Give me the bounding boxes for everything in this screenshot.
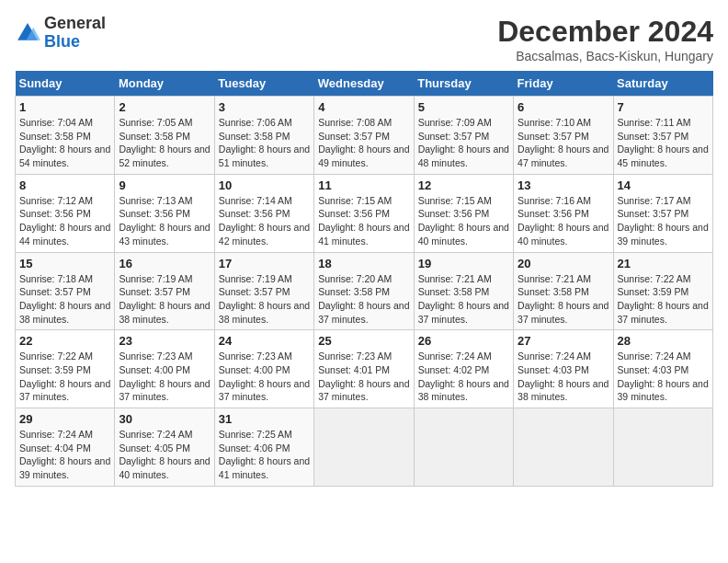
day-cell: 25 Sunrise: 7:23 AM Sunset: 4:01 PM Dayl… [314,330,414,408]
day-info: Sunrise: 7:22 AM Sunset: 3:59 PM Dayligh… [19,350,110,404]
sunrise-text: Sunrise: 7:21 AM [518,273,591,284]
logo-icon [15,20,40,46]
day-number: 10 [219,178,310,192]
sunset-text: Sunset: 3:58 PM [219,131,290,142]
header-monday: Monday [115,71,214,97]
day-number: 18 [318,257,409,270]
day-cell: 8 Sunrise: 7:12 AM Sunset: 3:56 PM Dayli… [16,174,115,252]
sunset-text: Sunset: 3:59 PM [19,364,91,375]
day-info: Sunrise: 7:22 AM Sunset: 3:59 PM Dayligh… [618,272,709,327]
calendar-week-row: 15 Sunrise: 7:18 AM Sunset: 3:57 PM Dayl… [16,252,713,330]
daylight-text: Daylight: 8 hours and 38 minutes. [19,300,110,325]
day-cell: 18 Sunrise: 7:20 AM Sunset: 3:58 PM Dayl… [314,252,414,330]
sunset-text: Sunset: 4:05 PM [119,442,190,454]
daylight-text: Daylight: 8 hours and 47 minutes. [518,144,609,168]
day-number: 24 [219,334,310,348]
day-info: Sunrise: 7:21 AM Sunset: 3:58 PM Dayligh… [418,272,509,327]
daylight-text: Daylight: 8 hours and 54 minutes. [19,144,110,168]
day-number: 22 [19,334,110,348]
sunset-text: Sunset: 3:56 PM [418,208,490,219]
day-number: 2 [119,100,210,114]
empty-day-cell [613,408,712,487]
day-cell: 26 Sunrise: 7:24 AM Sunset: 4:02 PM Dayl… [414,330,513,408]
sunset-text: Sunset: 4:03 PM [518,364,589,375]
daylight-text: Daylight: 8 hours and 44 minutes. [19,222,110,247]
daylight-text: Daylight: 8 hours and 37 minutes. [418,300,509,325]
day-info: Sunrise: 7:08 AM Sunset: 3:57 PM Dayligh… [318,116,409,170]
sunrise-text: Sunrise: 7:11 AM [618,117,691,128]
sunset-text: Sunset: 3:57 PM [219,286,290,297]
empty-day-cell [314,408,414,487]
day-number: 7 [618,100,709,114]
logo: GeneralBlue [15,15,106,52]
sunset-text: Sunset: 4:04 PM [19,442,91,454]
daylight-text: Daylight: 8 hours and 37 minutes. [618,300,709,325]
sunset-text: Sunset: 3:57 PM [618,131,689,142]
sunrise-text: Sunrise: 7:24 AM [119,429,192,440]
day-number: 5 [418,100,509,114]
header-wednesday: Wednesday [314,71,414,97]
header-sunday: Sunday [16,71,115,97]
sunrise-text: Sunrise: 7:16 AM [518,195,591,206]
sunset-text: Sunset: 3:58 PM [19,131,91,142]
day-number: 13 [518,178,609,192]
sunset-text: Sunset: 4:00 PM [119,364,190,375]
day-info: Sunrise: 7:09 AM Sunset: 3:57 PM Dayligh… [418,116,509,170]
empty-day-cell [414,408,513,487]
day-number: 26 [418,334,509,348]
daylight-text: Daylight: 8 hours and 40 minutes. [418,222,509,247]
day-info: Sunrise: 7:11 AM Sunset: 3:57 PM Dayligh… [618,116,709,170]
daylight-text: Daylight: 8 hours and 37 minutes. [318,300,409,325]
sunrise-text: Sunrise: 7:25 AM [219,429,292,440]
sunrise-text: Sunrise: 7:24 AM [418,350,492,362]
daylight-text: Daylight: 8 hours and 40 minutes. [518,222,609,247]
sunset-text: Sunset: 3:56 PM [518,208,589,219]
day-cell: 22 Sunrise: 7:22 AM Sunset: 3:59 PM Dayl… [16,330,115,408]
daylight-text: Daylight: 8 hours and 52 minutes. [119,144,210,168]
weekday-header-row: Sunday Monday Tuesday Wednesday Thursday… [16,71,713,97]
day-info: Sunrise: 7:20 AM Sunset: 3:58 PM Dayligh… [318,272,409,327]
day-number: 9 [119,178,210,192]
sunset-text: Sunset: 3:57 PM [618,208,689,219]
daylight-text: Daylight: 8 hours and 38 minutes. [119,300,210,325]
day-info: Sunrise: 7:18 AM Sunset: 3:57 PM Dayligh… [19,272,110,327]
day-cell: 28 Sunrise: 7:24 AM Sunset: 4:03 PM Dayl… [613,330,712,408]
daylight-text: Daylight: 8 hours and 37 minutes. [119,378,210,403]
day-info: Sunrise: 7:15 AM Sunset: 3:56 PM Dayligh… [318,194,409,248]
day-info: Sunrise: 7:25 AM Sunset: 4:06 PM Dayligh… [219,428,310,482]
sunset-text: Sunset: 4:01 PM [318,364,390,375]
day-info: Sunrise: 7:21 AM Sunset: 3:58 PM Dayligh… [518,272,609,327]
day-info: Sunrise: 7:05 AM Sunset: 3:58 PM Dayligh… [119,116,210,170]
day-number: 4 [318,100,409,114]
sunset-text: Sunset: 3:57 PM [119,286,190,297]
daylight-text: Daylight: 8 hours and 37 minutes. [318,378,409,403]
day-cell: 21 Sunrise: 7:22 AM Sunset: 3:59 PM Dayl… [613,252,712,330]
daylight-text: Daylight: 8 hours and 42 minutes. [219,222,310,247]
header-friday: Friday [514,71,613,97]
day-number: 19 [418,257,509,270]
sunset-text: Sunset: 4:00 PM [219,364,290,375]
sunset-text: Sunset: 3:57 PM [19,286,91,297]
day-cell: 14 Sunrise: 7:17 AM Sunset: 3:57 PM Dayl… [613,174,712,252]
daylight-text: Daylight: 8 hours and 40 minutes. [119,455,210,480]
day-number: 28 [618,334,709,348]
day-cell: 19 Sunrise: 7:21 AM Sunset: 3:58 PM Dayl… [414,252,513,330]
daylight-text: Daylight: 8 hours and 37 minutes. [19,378,110,403]
sunset-text: Sunset: 3:58 PM [318,286,390,297]
day-cell: 17 Sunrise: 7:19 AM Sunset: 3:57 PM Dayl… [214,252,313,330]
sunrise-text: Sunrise: 7:12 AM [19,195,93,206]
day-cell: 29 Sunrise: 7:24 AM Sunset: 4:04 PM Dayl… [16,408,115,487]
day-number: 25 [318,334,409,348]
day-info: Sunrise: 7:23 AM Sunset: 4:01 PM Dayligh… [318,350,409,404]
header-saturday: Saturday [613,71,712,97]
sunrise-text: Sunrise: 7:18 AM [19,273,93,284]
sunrise-text: Sunrise: 7:14 AM [219,195,292,206]
day-cell: 24 Sunrise: 7:23 AM Sunset: 4:00 PM Dayl… [214,330,313,408]
day-info: Sunrise: 7:19 AM Sunset: 3:57 PM Dayligh… [119,272,210,327]
sunset-text: Sunset: 3:58 PM [418,286,490,297]
day-info: Sunrise: 7:04 AM Sunset: 3:58 PM Dayligh… [19,116,110,170]
daylight-text: Daylight: 8 hours and 39 minutes. [618,378,709,403]
daylight-text: Daylight: 8 hours and 51 minutes. [219,144,310,168]
daylight-text: Daylight: 8 hours and 41 minutes. [219,455,310,480]
sunset-text: Sunset: 3:57 PM [418,131,490,142]
